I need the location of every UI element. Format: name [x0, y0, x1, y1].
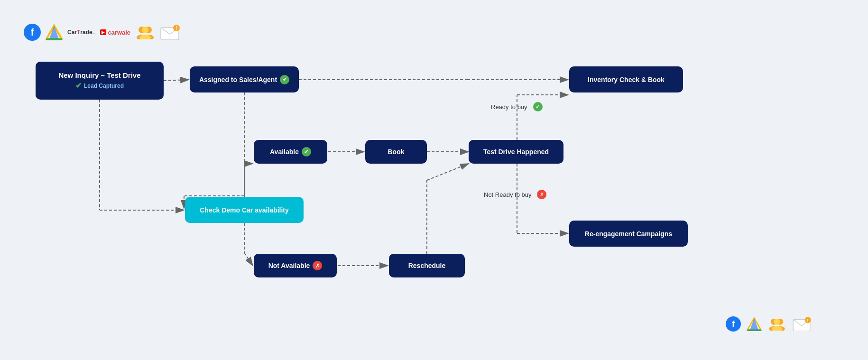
node-reschedule-label: Reschedule	[408, 262, 446, 269]
team-icon-top	[135, 25, 155, 39]
status-ready-label: Ready to buy	[491, 103, 527, 111]
google-ads-icon-br	[747, 316, 762, 332]
node-reengagement: Re-engagement Campaigns	[569, 221, 688, 247]
email-icon-top: !	[160, 25, 180, 40]
facebook-icon-top: f	[24, 24, 41, 41]
facebook-icon-br: f	[726, 316, 741, 332]
node-book: Book	[365, 140, 427, 164]
ready-badge: ✔	[533, 102, 543, 111]
not-ready-badge: ✗	[537, 190, 546, 199]
carwale-logo-top: ▶ carwale	[100, 29, 130, 36]
node-available-label: Available	[270, 148, 299, 156]
status-not-ready: Not Ready to buy ✗	[484, 190, 546, 199]
node-test-drive: Test Drive Happened	[469, 140, 563, 164]
node-new-inquiry-label: New Inquiry – Test Drive	[58, 71, 140, 79]
svg-text:!: !	[175, 26, 177, 31]
svg-point-9	[142, 27, 148, 33]
node-check-demo-label: Check Demo Car availability	[200, 206, 289, 214]
node-available: Available ✔	[254, 140, 327, 164]
bottom-right-logo-bar: f !	[726, 316, 811, 332]
node-not-available: Not Available ✗	[254, 254, 337, 277]
node-new-inquiry: New Inquiry – Test Drive ✔ Lead Captured	[36, 62, 164, 100]
flowchart-canvas: f CarTrade... ▶ carwale	[0, 0, 868, 360]
svg-line-32	[244, 253, 253, 266]
node-inventory-check: Inventory Check & Book	[569, 66, 683, 92]
node-new-inquiry-sublabel: Lead Captured	[84, 83, 124, 89]
svg-line-15	[164, 80, 189, 81]
svg-point-43	[774, 319, 780, 325]
email-icon-br: !	[792, 317, 811, 331]
node-reschedule: Reschedule	[389, 254, 465, 277]
arrows-svg	[0, 0, 868, 360]
node-check-demo: Check Demo Car availability	[185, 197, 304, 223]
node-not-available-label: Not Available	[268, 262, 310, 269]
node-assigned-agent: Assigned to Sales/Agent ✔	[190, 66, 299, 92]
status-not-ready-label: Not Ready to buy	[484, 191, 531, 198]
not-available-badge: ✗	[313, 261, 322, 270]
node-inventory-check-label: Inventory Check & Book	[588, 76, 665, 83]
svg-line-35	[427, 164, 469, 180]
cartrade-logo-top: CarTrade...	[67, 29, 95, 36]
available-badge: ✔	[302, 147, 311, 157]
node-test-drive-label: Test Drive Happened	[483, 148, 549, 156]
node-book-label: Book	[388, 148, 405, 156]
status-ready-to-buy: Ready to buy ✔	[491, 102, 543, 111]
node-reengagement-label: Re-engagement Campaigns	[585, 230, 672, 238]
assigned-agent-badge: ✔	[280, 75, 289, 84]
svg-text:!: !	[807, 318, 809, 323]
top-left-logo-bar: f CarTrade... ▶ carwale	[24, 24, 180, 41]
team-icon-br	[767, 317, 786, 331]
google-ads-icon-top	[46, 24, 63, 41]
node-assigned-agent-label: Assigned to Sales/Agent	[199, 76, 277, 83]
